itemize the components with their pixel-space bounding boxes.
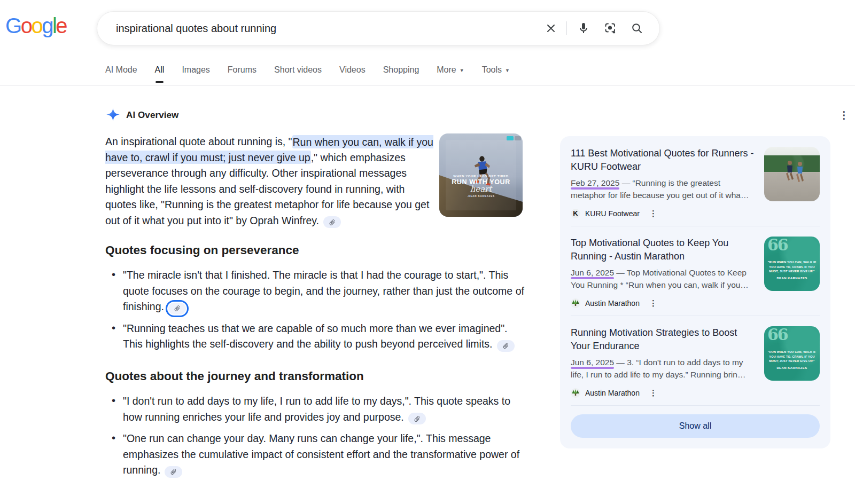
card-source-row: Austin Marathon ⋮ (571, 388, 757, 398)
source-link-chip-focused[interactable] (168, 303, 186, 314)
card-more-icon[interactable]: ⋮ (647, 208, 659, 218)
tab-tools[interactable]: Tools▼ (482, 65, 510, 83)
card-snippet: Feb 27, 2025 — “Running is the greatest … (571, 177, 757, 201)
card-date: Feb 27, 2025 (571, 178, 619, 187)
source-link-chip[interactable] (497, 340, 515, 352)
austin-marathon-favicon (571, 388, 580, 398)
quote-mark-graphic: 66 (767, 237, 788, 254)
google-lens-icon[interactable] (604, 22, 617, 35)
ai-overview-paragraph: An inspirational quote about running is,… (105, 134, 433, 229)
result-type-tabs: AI Mode All Images Forums Short videos V… (105, 65, 510, 83)
section-heading-journey: Quotes about the journey and transformat… (105, 368, 525, 384)
source-card-1: 111 Best Motivational Quotes for Runners… (571, 137, 820, 226)
source-cards-panel: 111 Best Motivational Quotes for Runners… (560, 136, 830, 448)
ai-overview-title: AI Overview (126, 110, 178, 121)
chevron-down-icon: ▼ (505, 68, 510, 73)
card-source-name: Austin Marathon (585, 299, 640, 308)
voice-search-icon[interactable] (577, 22, 590, 35)
card-source-name: Austin Marathon (585, 389, 640, 397)
image-watermark-badge (507, 136, 514, 140)
quote-mark-graphic: 66 (767, 326, 788, 344)
search-input[interactable] (97, 22, 545, 35)
source-card-3: Running Motivation Strategies to Boost Y… (571, 316, 820, 406)
quote-text-overlay: "RUN WHEN YOU CAN, WALK IF YOU HAVE TO, … (764, 350, 820, 370)
tab-all[interactable]: All (155, 65, 165, 83)
ai-overview-more-icon[interactable]: ⋮ (837, 108, 851, 122)
google-logo[interactable]: Google (5, 14, 66, 38)
clear-search-icon[interactable] (545, 22, 557, 35)
search-bar-icons (545, 21, 659, 35)
show-all-button[interactable]: Show all (571, 414, 820, 438)
quote-text-overlay: "RUN WHEN YOU CAN, WALK IF YOU HAVE TO, … (764, 260, 820, 280)
card-snippet: Jun 6, 2025 — 3. “I don't run to add day… (571, 357, 757, 381)
image-watermark-badge-2 (515, 136, 521, 140)
tab-short-videos[interactable]: Short videos (274, 65, 322, 83)
card-thumbnail-runners[interactable] (764, 147, 820, 201)
source-link-chip[interactable] (323, 216, 341, 228)
section-heading-perseverance: Quotes focusing on perseverance (105, 242, 525, 258)
card-source-name: KURU Footwear (585, 209, 640, 218)
tab-videos[interactable]: Videos (339, 65, 366, 83)
list-item: "One run can change your day. Many runs … (105, 431, 525, 478)
tab-forums[interactable]: Forums (228, 65, 256, 83)
search-bar-divider (566, 21, 567, 35)
tab-more[interactable]: More▼ (437, 65, 464, 83)
tab-shopping[interactable]: Shopping (383, 65, 419, 83)
card-date: Jun 6, 2025 (571, 358, 614, 367)
card-title-link[interactable]: Running Motivation Strategies to Boost Y… (571, 326, 757, 352)
card-snippet: Jun 6, 2025 — Top Motivational Quotes to… (571, 267, 757, 291)
source-link-chip[interactable] (408, 413, 426, 424)
card-date: Jun 6, 2025 (571, 268, 614, 277)
list-item: "I don't run to add days to my life, I r… (105, 393, 525, 425)
austin-marathon-favicon (571, 298, 580, 308)
tab-ai-mode[interactable]: AI Mode (105, 65, 137, 83)
card-more-icon[interactable]: ⋮ (647, 388, 659, 398)
list-item: "The miracle isn't that I finished. The … (105, 267, 525, 315)
header-divider (0, 85, 855, 86)
source-card-2: Top Motivational Quotes to Keep You Runn… (571, 226, 820, 316)
card-thumbnail-quote[interactable]: 66 "RUN WHEN YOU CAN, WALK IF YOU HAVE T… (764, 237, 820, 291)
perseverance-list: "The miracle isn't that I finished. The … (105, 267, 525, 352)
card-source-row: Austin Marathon ⋮ (571, 298, 757, 308)
card-more-icon[interactable]: ⋮ (647, 298, 659, 308)
ai-overview-sections: Quotes focusing on perseverance "The mir… (105, 242, 525, 484)
hero-overlay-text: WHEN YOUR LEGS GET TIRED RUN WITH YOUR h… (439, 175, 523, 198)
ai-overview-star-icon (106, 107, 120, 122)
runners-graphic (782, 160, 808, 187)
card-thumbnail-quote[interactable]: 66 "RUN WHEN YOU CAN, WALK IF YOU HAVE T… (764, 326, 820, 381)
kuru-favicon: K (571, 209, 580, 218)
card-title-link[interactable]: Top Motivational Quotes to Keep You Runn… (571, 237, 757, 263)
tab-images[interactable]: Images (182, 65, 209, 83)
list-item: "Running teaches us that we are capable … (105, 321, 525, 352)
ai-overview-hero-image[interactable]: WHEN YOUR LEGS GET TIRED RUN WITH YOUR h… (439, 133, 523, 217)
card-title-link[interactable]: 111 Best Motivational Quotes for Runners… (571, 147, 757, 173)
search-bar[interactable] (97, 11, 660, 45)
chevron-down-icon: ▼ (460, 68, 464, 73)
source-link-chip[interactable] (165, 466, 182, 478)
card-source-row: K KURU Footwear ⋮ (571, 208, 757, 218)
google-search-results-page: Google AI Mode All (0, 0, 855, 504)
search-submit-icon[interactable] (631, 22, 643, 35)
journey-list: "I don't run to add days to my life, I r… (105, 393, 525, 478)
